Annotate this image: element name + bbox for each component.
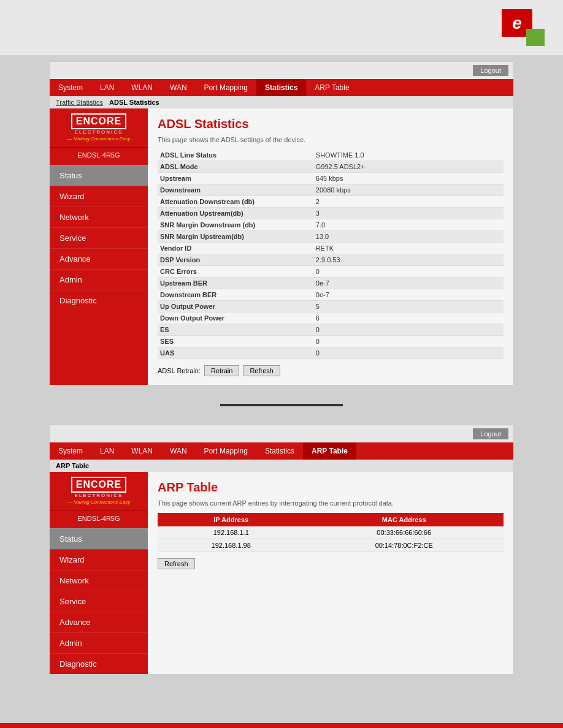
stats-label: Vendor ID bbox=[158, 243, 313, 254]
stats-row: Upstream645 kbps bbox=[158, 173, 504, 184]
stats-label: Attenuation Upstream(db) bbox=[158, 208, 313, 219]
encore-title-1: ENCORE bbox=[71, 113, 126, 129]
sidebar-item-advance-1[interactable]: Advance bbox=[50, 248, 148, 269]
sidebar-item-network-1[interactable]: Network bbox=[50, 207, 148, 227]
arp-mac: 00:33:66:66:60:66 bbox=[304, 526, 504, 539]
bottom-bar bbox=[0, 723, 563, 728]
sidebar-item-service-1[interactable]: Service bbox=[50, 227, 148, 248]
tab-portmapping-2[interactable]: Port Mapping bbox=[196, 442, 256, 460]
sidebar-item-admin-1[interactable]: Admin bbox=[50, 269, 148, 290]
subnav-traffic[interactable]: Traffic Statistics bbox=[56, 99, 103, 106]
stats-label: ES bbox=[158, 324, 313, 336]
device-name-1: ENDSL-4R5G bbox=[50, 147, 148, 162]
stats-label: Up Output Power bbox=[158, 301, 313, 313]
stats-label: ADSL Mode bbox=[158, 161, 313, 173]
main-wrapper: Logout System LAN WLAN WAN Port Mapping … bbox=[0, 55, 563, 681]
tab-system-1[interactable]: System bbox=[50, 79, 91, 96]
stats-row: ADSL Line StatusSHOWTIME 1.0 bbox=[158, 150, 504, 161]
sidebar-item-diagnostic-1[interactable]: Diagnostic bbox=[50, 290, 148, 311]
nav-tabs-1: System LAN WLAN WAN Port Mapping Statist… bbox=[50, 79, 513, 96]
tab-statistics-1[interactable]: Statistics bbox=[256, 79, 306, 96]
sidebar-item-admin-2[interactable]: Admin bbox=[50, 632, 148, 653]
sidebar-logo-1: ENCORE ELECTRONICS — Making Connections … bbox=[50, 108, 148, 147]
logo-box: e bbox=[502, 9, 545, 46]
encore-tagline-2: — Making Connections Easy bbox=[67, 499, 131, 505]
stats-label: SNR Margin Upstream(db) bbox=[158, 231, 313, 243]
stats-row: Downstream20080 kbps bbox=[158, 184, 504, 196]
encore-logo-2: ENCORE ELECTRONICS — Making Connections … bbox=[67, 477, 131, 505]
sidebar-item-wizard-2[interactable]: Wizard bbox=[50, 549, 148, 570]
page-desc-2: This page shows current ARP entries by i… bbox=[158, 499, 504, 507]
tab-wan-1[interactable]: WAN bbox=[161, 79, 196, 96]
stats-row: SNR Margin Downstream (db)7.0 bbox=[158, 219, 504, 231]
tab-arptable-1[interactable]: ARP Table bbox=[306, 79, 358, 96]
encore-subtitle-1: ELECTRONICS bbox=[67, 129, 131, 135]
retrain-button[interactable]: Retrain bbox=[204, 365, 239, 376]
sidebar-item-network-2[interactable]: Network bbox=[50, 570, 148, 591]
stats-label: SES bbox=[158, 336, 313, 347]
encore-logo-1: ENCORE ELECTRONICS — Making Connections … bbox=[67, 113, 131, 142]
sidebar-item-diagnostic-2[interactable]: Diagnostic bbox=[50, 653, 148, 674]
panel1-body: ENCORE ELECTRONICS — Making Connections … bbox=[50, 108, 513, 385]
stats-label: DSP Version bbox=[158, 254, 313, 266]
stats-value: 7.0 bbox=[313, 219, 504, 231]
stats-row: CRC Errors0 bbox=[158, 266, 504, 278]
arp-row: 192.168.1.100:33:66:66:60:66 bbox=[158, 526, 504, 539]
tab-statistics-2[interactable]: Statistics bbox=[256, 442, 303, 460]
arp-ip: 192.168.1.1 bbox=[158, 526, 304, 539]
sub-nav-1: Traffic Statistics ADSL Statistics bbox=[50, 96, 513, 108]
sidebar-item-status-2[interactable]: Status bbox=[50, 528, 148, 549]
stats-row: Downstream BER0e-7 bbox=[158, 289, 504, 301]
subnav-adsl[interactable]: ADSL Statistics bbox=[109, 99, 159, 106]
logout-button-2[interactable]: Logout bbox=[473, 428, 508, 439]
tab-wlan-2[interactable]: WLAN bbox=[123, 442, 161, 460]
arp-ip: 192.168.1.98 bbox=[158, 539, 304, 552]
refresh-button-1[interactable]: Refresh bbox=[243, 365, 280, 376]
arp-col-mac: MAC Address bbox=[304, 513, 504, 526]
content-inner-2: ARP Table This page shows current ARP en… bbox=[148, 472, 513, 674]
tab-wlan-1[interactable]: WLAN bbox=[123, 79, 161, 96]
stats-value: 0 bbox=[313, 266, 504, 278]
adsl-retrain-row: ADSL Retrain: Retrain Refresh bbox=[158, 365, 504, 376]
stats-value: G992.5 ADSL2+ bbox=[313, 161, 504, 173]
stats-value: 5 bbox=[313, 301, 504, 313]
device-name-2: ENDSL-4R5G bbox=[50, 510, 148, 526]
stats-row: Down Output Power6 bbox=[158, 313, 504, 324]
tab-portmapping-1[interactable]: Port Mapping bbox=[196, 79, 256, 96]
subnav-arp[interactable]: ARP Table bbox=[56, 462, 89, 469]
stats-label: ADSL Line Status bbox=[158, 150, 313, 161]
content-1: ADSL Statistics This page shows the ADSL… bbox=[148, 108, 513, 385]
refresh-button-2[interactable]: Refresh bbox=[158, 558, 195, 569]
page-title-2: ARP Table bbox=[158, 480, 504, 495]
content-2: ARP Table This page shows current ARP en… bbox=[148, 472, 513, 674]
tab-arptable-2[interactable]: ARP Table bbox=[303, 442, 356, 460]
tab-lan-1[interactable]: LAN bbox=[91, 79, 123, 96]
stats-value: 0 bbox=[313, 347, 504, 359]
stats-row: SES0 bbox=[158, 336, 504, 347]
stats-label: CRC Errors bbox=[158, 266, 313, 278]
stats-value: 20080 kbps bbox=[313, 184, 504, 196]
stats-label: Downstream BER bbox=[158, 289, 313, 301]
panel1-top: Logout bbox=[50, 62, 513, 79]
sidebar-item-wizard-1[interactable]: Wizard bbox=[50, 186, 148, 207]
tab-lan-2[interactable]: LAN bbox=[91, 442, 123, 460]
divider bbox=[220, 404, 343, 406]
logo-letter: e bbox=[512, 13, 522, 33]
sidebar-1: ENCORE ELECTRONICS — Making Connections … bbox=[50, 108, 148, 385]
sub-nav-2: ARP Table bbox=[50, 460, 513, 472]
stats-row: Vendor IDRETK bbox=[158, 243, 504, 254]
stats-value: RETK bbox=[313, 243, 504, 254]
tab-wan-2[interactable]: WAN bbox=[161, 442, 196, 460]
nav-tabs-2: System LAN WLAN WAN Port Mapping Statist… bbox=[50, 442, 513, 460]
sidebar-item-advance-2[interactable]: Advance bbox=[50, 612, 148, 632]
stats-row: Attenuation Upstream(db)3 bbox=[158, 208, 504, 219]
stats-label: Upstream bbox=[158, 173, 313, 184]
sidebar-2: ENCORE ELECTRONICS — Making Connections … bbox=[50, 472, 148, 674]
tab-system-2[interactable]: System bbox=[50, 442, 91, 460]
stats-row: ADSL ModeG992.5 ADSL2+ bbox=[158, 161, 504, 173]
sidebar-item-service-2[interactable]: Service bbox=[50, 591, 148, 612]
arp-table: IP Address MAC Address 192.168.1.100:33:… bbox=[158, 513, 504, 552]
sidebar-item-status-1[interactable]: Status bbox=[50, 165, 148, 186]
logout-button-1[interactable]: Logout bbox=[473, 65, 508, 76]
arp-mac: 00:14:78:0C:F2:CE bbox=[304, 539, 504, 552]
